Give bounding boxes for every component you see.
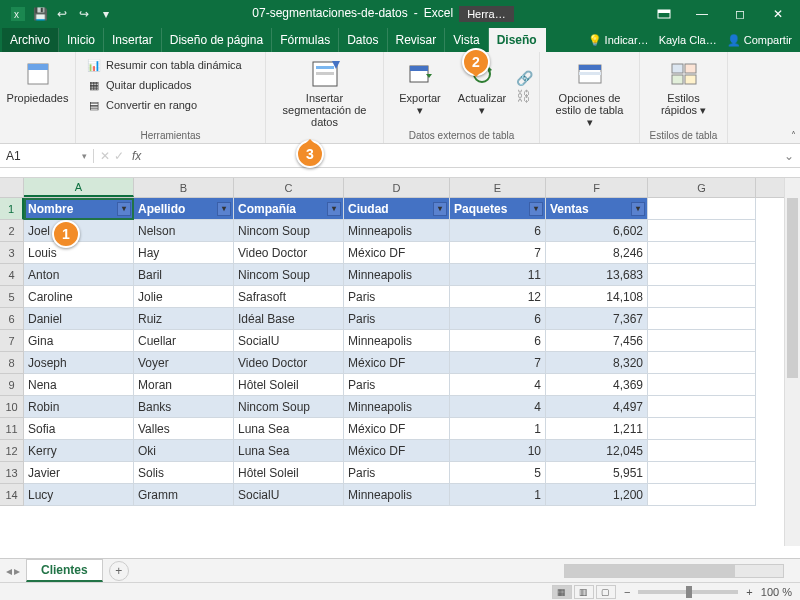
cell[interactable] xyxy=(648,440,756,462)
ribbon-options-icon[interactable] xyxy=(646,0,682,28)
table-row[interactable]: 7GinaCuellarSocialUMinneapolis67,456 xyxy=(0,330,800,352)
table-row[interactable]: 2JoelNelsonNincom SoupMinneapolis66,602 xyxy=(0,220,800,242)
cell[interactable]: Hay xyxy=(134,242,234,264)
cell[interactable]: México DF xyxy=(344,352,450,374)
row-header[interactable]: 7 xyxy=(0,330,24,352)
tab-file[interactable]: Archivo xyxy=(2,28,59,52)
row-header[interactable]: 5 xyxy=(0,286,24,308)
row-header[interactable]: 8 xyxy=(0,352,24,374)
cell[interactable]: Lucy xyxy=(24,484,134,506)
table-row[interactable]: 12KerryOkiLuna SeaMéxico DF1012,045 xyxy=(0,440,800,462)
cell[interactable]: 1 xyxy=(450,484,546,506)
cell[interactable]: 5,951 xyxy=(546,462,648,484)
filter-icon[interactable] xyxy=(433,202,447,216)
cell[interactable]: Video Doctor xyxy=(234,242,344,264)
cell[interactable] xyxy=(648,462,756,484)
cell[interactable]: SocialU xyxy=(234,484,344,506)
collapse-ribbon-icon[interactable]: ˄ xyxy=(791,130,796,141)
tell-me[interactable]: 💡 Indicar… xyxy=(588,34,649,47)
quick-styles-button[interactable]: Estilos rápidos ▾ xyxy=(648,56,719,118)
col-header-A[interactable]: A xyxy=(24,178,134,197)
tab-home[interactable]: Inicio xyxy=(59,28,104,52)
cell[interactable]: Joseph xyxy=(24,352,134,374)
row-header-1[interactable]: 1 xyxy=(0,198,24,220)
cell[interactable]: 1 xyxy=(450,418,546,440)
select-all-corner[interactable] xyxy=(0,178,24,197)
cell[interactable]: Hôtel Soleil xyxy=(234,374,344,396)
col-header-D[interactable]: D xyxy=(344,178,450,197)
cell[interactable]: 6,602 xyxy=(546,220,648,242)
cell[interactable] xyxy=(648,352,756,374)
style-options-button[interactable]: Opciones de estilo de tabla ▾ xyxy=(548,56,631,130)
row-header[interactable]: 11 xyxy=(0,418,24,440)
horizontal-scrollbar[interactable] xyxy=(564,564,784,578)
cell[interactable]: 4 xyxy=(450,396,546,418)
cell[interactable]: Sofia xyxy=(24,418,134,440)
col-header-G[interactable]: G xyxy=(648,178,756,197)
spreadsheet-grid[interactable]: A B C D E F G 1 Nombre Apellido Compañía… xyxy=(0,178,800,546)
cell[interactable]: 11 xyxy=(450,264,546,286)
table-header-nombre[interactable]: Nombre xyxy=(24,198,134,220)
row-header[interactable]: 12 xyxy=(0,440,24,462)
filter-icon[interactable] xyxy=(529,202,543,216)
user-account[interactable]: Kayla Cla… xyxy=(659,34,717,46)
table-header-ciudad[interactable]: Ciudad xyxy=(344,198,450,220)
cell[interactable]: 6 xyxy=(450,330,546,352)
cell[interactable]: Jolie xyxy=(134,286,234,308)
close-icon[interactable]: ✕ xyxy=(760,0,796,28)
table-row[interactable]: 5CarolineJolieSafrasoftParis1214,108 xyxy=(0,286,800,308)
redo-icon[interactable]: ↪ xyxy=(76,6,92,22)
remove-duplicates-button[interactable]: ▦Quitar duplicados xyxy=(84,76,244,94)
cell[interactable]: 8,320 xyxy=(546,352,648,374)
row-header[interactable]: 13 xyxy=(0,462,24,484)
cell[interactable]: 7 xyxy=(450,352,546,374)
cell[interactable]: Louis xyxy=(24,242,134,264)
cell[interactable]: Hôtel Soleil xyxy=(234,462,344,484)
name-box[interactable]: A1▾ xyxy=(0,149,94,163)
undo-icon[interactable]: ↩ xyxy=(54,6,70,22)
cell[interactable] xyxy=(648,396,756,418)
cell[interactable] xyxy=(648,308,756,330)
qat-dropdown-icon[interactable]: ▾ xyxy=(98,6,114,22)
row-header[interactable]: 6 xyxy=(0,308,24,330)
row-header[interactable]: 2 xyxy=(0,220,24,242)
row-header[interactable]: 3 xyxy=(0,242,24,264)
cell[interactable]: Gramm xyxy=(134,484,234,506)
cell[interactable]: México DF xyxy=(344,440,450,462)
save-icon[interactable]: 💾 xyxy=(32,6,48,22)
cell[interactable]: Solis xyxy=(134,462,234,484)
fx-label[interactable]: fx xyxy=(128,149,141,163)
cell[interactable]: Minneapolis xyxy=(344,330,450,352)
sheet-prev-icon[interactable]: ◂ xyxy=(6,564,12,578)
cell[interactable]: Minneapolis xyxy=(344,220,450,242)
cell[interactable]: 1,200 xyxy=(546,484,648,506)
sheet-next-icon[interactable]: ▸ xyxy=(14,564,20,578)
cell[interactable]: Luna Sea xyxy=(234,440,344,462)
unlink-icon[interactable]: ⛓ xyxy=(516,88,533,104)
cell[interactable]: 1,211 xyxy=(546,418,648,440)
col-header-B[interactable]: B xyxy=(134,178,234,197)
cell[interactable]: Nena xyxy=(24,374,134,396)
cell[interactable] xyxy=(648,264,756,286)
table-header-compania[interactable]: Compañía xyxy=(234,198,344,220)
tab-formulas[interactable]: Fórmulas xyxy=(272,28,339,52)
tab-page-layout[interactable]: Diseño de página xyxy=(162,28,272,52)
table-header-paquetes[interactable]: Paquetes xyxy=(450,198,546,220)
cell[interactable]: Minneapolis xyxy=(344,264,450,286)
cell[interactable]: Paris xyxy=(344,286,450,308)
cell[interactable]: 4 xyxy=(450,374,546,396)
convert-to-range-button[interactable]: ▤Convertir en rango xyxy=(84,96,244,114)
cell[interactable]: Nincom Soup xyxy=(234,396,344,418)
add-sheet-button[interactable]: + xyxy=(109,561,129,581)
cell[interactable]: Gina xyxy=(24,330,134,352)
cell[interactable]: Paris xyxy=(344,374,450,396)
cell[interactable]: 5 xyxy=(450,462,546,484)
cell[interactable]: Nincom Soup xyxy=(234,264,344,286)
table-row[interactable]: 14LucyGrammSocialUMinneapolis11,200 xyxy=(0,484,800,506)
cell[interactable]: 12,045 xyxy=(546,440,648,462)
properties-button[interactable]: Propiedades xyxy=(8,56,67,106)
cell[interactable]: 4,497 xyxy=(546,396,648,418)
zoom-level[interactable]: 100 % xyxy=(761,586,792,598)
cell[interactable]: 7,367 xyxy=(546,308,648,330)
tab-insert[interactable]: Insertar xyxy=(104,28,162,52)
